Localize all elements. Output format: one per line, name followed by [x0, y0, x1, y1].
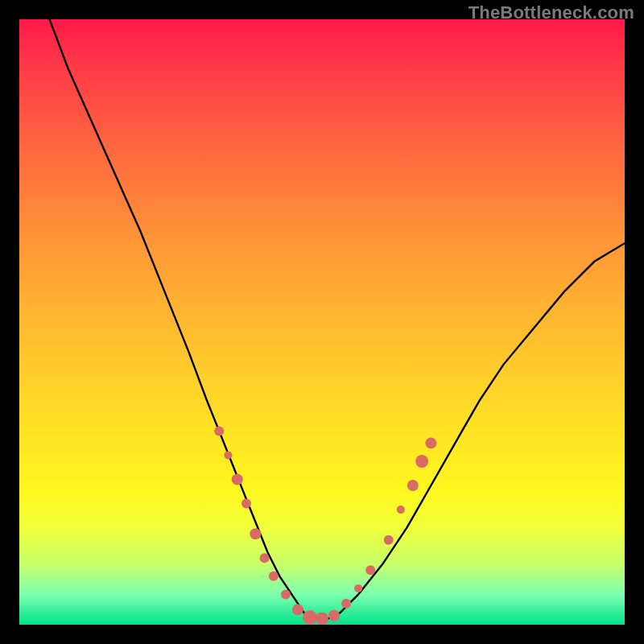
highlight-marker	[415, 455, 428, 468]
highlight-marker	[292, 604, 303, 615]
highlight-marker	[341, 599, 351, 609]
highlight-marker	[303, 610, 317, 625]
highlight-marker	[397, 506, 405, 514]
highlight-marker	[281, 589, 291, 599]
highlight-marker	[224, 451, 232, 459]
highlight-marker	[365, 565, 375, 575]
highlight-marker-group	[214, 426, 436, 625]
highlight-marker	[269, 572, 279, 581]
watermark-text: TheBottleneck.com	[469, 2, 634, 23]
highlight-marker	[242, 499, 251, 509]
highlight-marker	[260, 553, 270, 563]
highlight-marker	[354, 584, 362, 592]
highlight-marker	[384, 535, 394, 545]
highlight-marker	[232, 474, 243, 485]
highlight-marker	[407, 480, 419, 491]
highlight-marker	[250, 528, 261, 539]
highlight-marker	[316, 613, 328, 625]
bottleneck-curve-path	[50, 19, 625, 619]
bottleneck-chart	[19, 19, 625, 625]
highlight-marker	[328, 610, 340, 621]
highlight-marker	[214, 426, 224, 436]
highlight-marker	[425, 437, 436, 448]
